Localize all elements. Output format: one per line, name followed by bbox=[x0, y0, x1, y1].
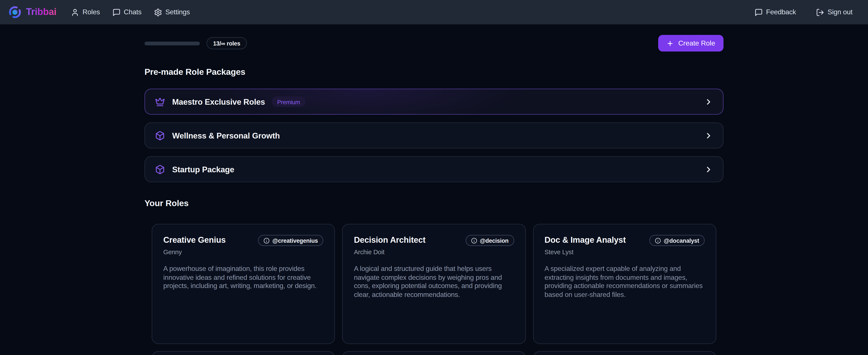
info-icon bbox=[264, 237, 270, 243]
package-row-startup[interactable]: Startup Package bbox=[145, 156, 723, 182]
role-description: A powerhouse of imagination, this role p… bbox=[163, 265, 323, 291]
package-icon bbox=[155, 130, 165, 141]
chat-bubble-icon bbox=[112, 8, 120, 16]
user-icon bbox=[71, 8, 79, 16]
role-description: A logical and structured guide that help… bbox=[354, 265, 514, 300]
top-nav: Tribbai Roles Chats Settings bbox=[0, 0, 868, 24]
create-role-label: Create Role bbox=[678, 39, 715, 47]
brand-name: Tribbai bbox=[26, 7, 57, 18]
plus-icon bbox=[666, 40, 674, 47]
role-description: A specialized expert capable of analyzin… bbox=[545, 265, 705, 300]
nav-item-label: Roles bbox=[83, 8, 100, 16]
primary-nav: Roles Chats Settings bbox=[71, 8, 190, 16]
chevron-right-icon bbox=[704, 131, 713, 140]
brand-logo-icon bbox=[8, 6, 22, 19]
sign-out-icon bbox=[816, 8, 824, 16]
role-card-grid: Creative Genius @creativegenius Genny A … bbox=[145, 224, 723, 355]
sign-out-label: Sign out bbox=[828, 8, 852, 16]
nav-item-label: Settings bbox=[165, 8, 190, 16]
package-label: Wellness & Personal Growth bbox=[172, 131, 280, 140]
package-label: Startup Package bbox=[172, 165, 234, 174]
role-handle-badge[interactable]: @creativegenius bbox=[258, 235, 323, 246]
role-title: Creative Genius bbox=[163, 235, 226, 244]
chevron-right-icon bbox=[704, 165, 713, 174]
package-row-wellness[interactable]: Wellness & Personal Growth bbox=[145, 122, 723, 148]
nav-right: Feedback Sign out bbox=[754, 8, 852, 16]
info-icon bbox=[471, 237, 477, 243]
create-role-button[interactable]: Create Role bbox=[658, 35, 723, 52]
feedback-button[interactable]: Feedback bbox=[754, 8, 796, 16]
your-roles-section-title: Your Roles bbox=[145, 198, 723, 208]
main-content: 13/∞ roles Create Role Pre-made Role Pac… bbox=[145, 35, 723, 355]
feedback-label: Feedback bbox=[766, 8, 796, 16]
nav-item-label: Chats bbox=[124, 8, 142, 16]
role-subtitle: Genny bbox=[163, 249, 323, 256]
role-handle: @creativegenius bbox=[273, 237, 318, 244]
package-label: Maestro Exclusive Roles bbox=[172, 97, 265, 106]
role-handle: @docanalyst bbox=[664, 237, 699, 244]
role-subtitle: Archie Doit bbox=[354, 249, 514, 256]
package-list: Maestro Exclusive Roles Premium Wellness… bbox=[145, 89, 723, 182]
role-title: Decision Architect bbox=[354, 235, 426, 244]
role-subtitle: Steve Lyst bbox=[545, 249, 705, 256]
role-card-partial[interactable] bbox=[152, 351, 335, 355]
role-card-partial[interactable] bbox=[342, 351, 526, 355]
roles-count-badge: 13/∞ roles bbox=[207, 37, 247, 49]
nav-item-settings[interactable]: Settings bbox=[154, 8, 190, 16]
chat-bubble-icon bbox=[754, 8, 763, 16]
package-row-maestro[interactable]: Maestro Exclusive Roles Premium bbox=[145, 89, 723, 115]
roles-toolbar: 13/∞ roles Create Role bbox=[145, 35, 723, 52]
crown-icon bbox=[155, 97, 165, 107]
role-card-decision-architect[interactable]: Decision Architect @decision Archie Doit… bbox=[342, 224, 526, 344]
premium-badge: Premium bbox=[272, 96, 306, 107]
app-root: Tribbai Roles Chats Settings bbox=[0, 0, 868, 355]
info-icon bbox=[655, 237, 661, 243]
role-handle-badge[interactable]: @decision bbox=[465, 235, 514, 246]
role-card-doc-image-analyst[interactable]: Doc & Image Analyst @docanalyst Steve Ly… bbox=[533, 224, 716, 344]
chevron-right-icon bbox=[704, 97, 713, 106]
package-icon bbox=[155, 164, 165, 174]
gear-icon bbox=[154, 8, 162, 16]
role-title: Doc & Image Analyst bbox=[545, 235, 626, 244]
nav-item-roles[interactable]: Roles bbox=[71, 8, 100, 16]
nav-item-chats[interactable]: Chats bbox=[112, 8, 142, 16]
role-card-partial[interactable] bbox=[533, 351, 716, 355]
roles-progress-bar bbox=[145, 41, 200, 45]
packages-section-title: Pre-made Role Packages bbox=[145, 67, 723, 77]
brand[interactable]: Tribbai bbox=[8, 6, 57, 19]
sign-out-button[interactable]: Sign out bbox=[816, 8, 852, 16]
role-handle-badge[interactable]: @docanalyst bbox=[649, 235, 705, 246]
role-card-creative-genius[interactable]: Creative Genius @creativegenius Genny A … bbox=[152, 224, 335, 344]
role-handle: @decision bbox=[480, 237, 508, 244]
